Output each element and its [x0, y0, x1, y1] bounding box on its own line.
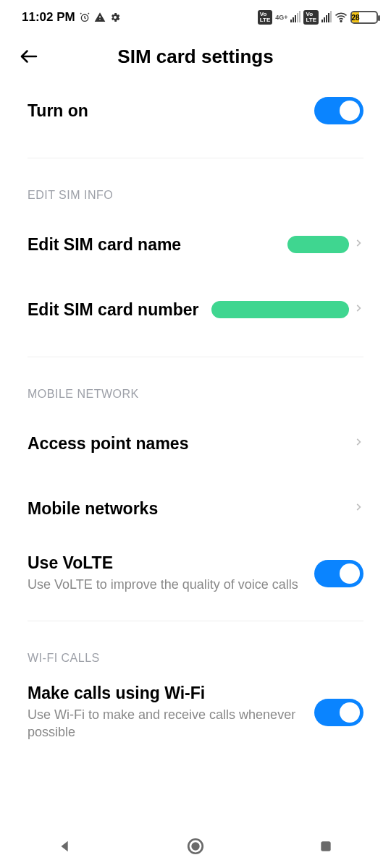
svg-point-1	[340, 20, 342, 22]
wifi-calls-label: Make calls using Wi-Fi	[28, 684, 307, 703]
status-time: 11:02 PM	[22, 10, 75, 25]
svg-rect-5	[321, 841, 330, 851]
edit-sim-number-label: Edit SIM card number	[28, 300, 204, 320]
edit-sim-name-label: Edit SIM card name	[28, 235, 280, 255]
row-apn[interactable]: Access point names	[28, 411, 363, 476]
apn-label: Access point names	[28, 434, 346, 454]
warning-icon	[94, 12, 106, 23]
volte-badge-1: VoLTE	[258, 10, 273, 25]
svg-point-4	[193, 843, 199, 850]
toggle-turn-on[interactable]	[314, 97, 363, 124]
chevron-right-icon	[353, 434, 363, 453]
row-turn-on[interactable]: Turn on	[28, 78, 363, 143]
wifi-calls-sublabel: Use Wi-Fi to make and receive calls when…	[28, 706, 307, 741]
row-edit-sim-number[interactable]: Edit SIM card number	[28, 277, 363, 342]
battery-pct: 28	[352, 12, 359, 22]
divider	[28, 621, 363, 621]
toggle-wifi-calls[interactable]	[314, 699, 363, 726]
page-title: SIM card settings	[7, 46, 384, 68]
status-bar: 11:02 PM VoLTE 4G+ VoLTE 28	[0, 0, 391, 35]
row-edit-sim-name[interactable]: Edit SIM card name	[28, 212, 363, 277]
alarm-icon	[79, 12, 91, 23]
toggle-volte[interactable]	[314, 560, 363, 587]
divider	[28, 158, 363, 158]
chevron-right-icon	[353, 300, 363, 319]
volte-badge-2: VoLTE	[303, 10, 319, 25]
redacted-sim-number	[211, 301, 349, 318]
wifi-icon	[335, 11, 348, 24]
section-header-edit-sim: EDIT SIM INFO	[28, 189, 363, 202]
row-wifi-calls[interactable]: Make calls using Wi-Fi Use Wi-Fi to make…	[28, 675, 363, 750]
nav-recent-button[interactable]	[311, 832, 340, 861]
signal-icon-2	[321, 12, 332, 22]
system-nav-bar	[0, 825, 391, 868]
battery-icon: 28	[350, 11, 378, 24]
row-volte[interactable]: Use VoLTE Use VoLTE to improve the quali…	[28, 541, 363, 606]
row-mobile-networks[interactable]: Mobile networks	[28, 476, 363, 541]
nav-back-button[interactable]	[51, 832, 80, 861]
signal-icon-1	[290, 12, 300, 22]
gear-icon	[109, 12, 121, 23]
turn-on-label: Turn on	[28, 101, 307, 121]
network-type: 4G+	[275, 14, 287, 21]
section-header-wifi-calls: WI-FI CALLS	[28, 652, 363, 665]
header: SIM card settings	[0, 35, 391, 78]
mobile-networks-label: Mobile networks	[28, 499, 346, 519]
chevron-right-icon	[353, 235, 363, 254]
chevron-right-icon	[353, 499, 363, 518]
divider	[28, 357, 363, 357]
section-header-mobile-network: MOBILE NETWORK	[28, 388, 363, 401]
redacted-sim-name	[287, 236, 349, 253]
nav-home-button[interactable]	[181, 832, 210, 861]
volte-sublabel: Use VoLTE to improve the quality of voic…	[28, 576, 307, 593]
volte-label: Use VoLTE	[28, 553, 307, 573]
